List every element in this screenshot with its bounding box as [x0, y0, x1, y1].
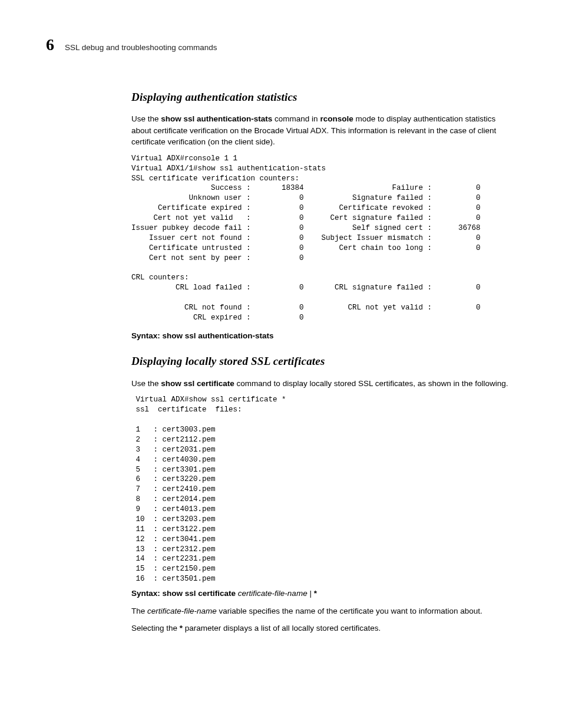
- section-heading-auth-stats: Displaying authentication statistics: [131, 89, 516, 106]
- text: variable specifies the name of the certi…: [217, 607, 482, 615]
- text: Use the: [131, 114, 161, 123]
- syntax-ssl-cert: Syntax: show ssl certificate certificate…: [131, 588, 516, 599]
- section-heading-ssl-certs: Displaying locally stored SSL certificat…: [131, 353, 516, 370]
- header-title: SSL debug and troubleshooting commands: [65, 42, 217, 54]
- text: The: [131, 607, 147, 615]
- auth-stats-intro: Use the show ssl authentication-stats co…: [131, 113, 516, 148]
- syntax-pipe: |: [309, 589, 313, 598]
- syntax-var: certificate-file-name: [236, 589, 309, 598]
- text: Selecting the: [131, 624, 180, 633]
- ssl-certs-intro: Use the show ssl certificate command to …: [131, 378, 516, 390]
- text: Use the: [131, 379, 161, 388]
- ssl-cert-note-1: The certificate-file-name variable speci…: [131, 605, 516, 617]
- cmd-rconsole: rconsole: [320, 114, 353, 123]
- page-header: 6 SSL debug and troubleshooting commands: [46, 33, 516, 57]
- syntax-cmd: show ssl authentication-stats: [163, 331, 274, 340]
- chapter-number: 6: [46, 33, 54, 57]
- text: command in: [272, 114, 320, 123]
- terminal-output-ssl-certs: Virtual ADX#show ssl certificate * ssl c…: [131, 395, 516, 584]
- terminal-output-auth-stats: Virtual ADX#rconsole 1 1 Virtual ADX1/1#…: [131, 154, 516, 323]
- ssl-cert-note-2: Selecting the * parameter displays a lis…: [131, 622, 516, 634]
- text: parameter displays a list of all locally…: [183, 624, 381, 633]
- syntax-star: *: [314, 589, 317, 598]
- var-cert-file-name: certificate-file-name: [147, 607, 217, 615]
- cmd-show-ssl-cert: show ssl certificate: [161, 379, 234, 388]
- syntax-label: Syntax:: [131, 589, 163, 598]
- cmd-show-ssl-auth: show ssl authentication-stats: [161, 114, 272, 123]
- page-content: Displaying authentication statistics Use…: [131, 89, 516, 634]
- syntax-label: Syntax:: [131, 331, 163, 340]
- syntax-auth-stats: Syntax: show ssl authentication-stats: [131, 330, 516, 342]
- text: command to display locally stored SSL ce…: [234, 379, 508, 388]
- syntax-cmd: show ssl certificate: [163, 589, 236, 598]
